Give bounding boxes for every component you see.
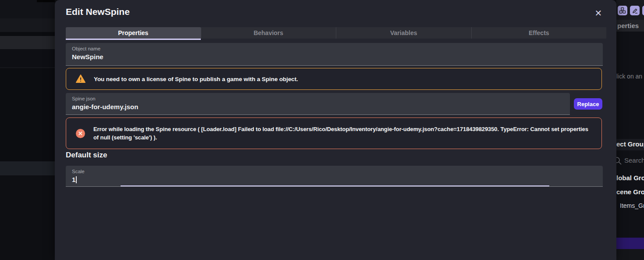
search-icon: [616, 156, 623, 166]
selected-row-purple-bar[interactable]: [616, 238, 644, 249]
objects-cubes-icon[interactable]: [618, 6, 627, 15]
object-name-field[interactable]: Object name NewSpine: [66, 43, 603, 66]
dialog-title: Edit NewSpine: [66, 7, 130, 17]
scale-value: 1: [72, 176, 77, 183]
default-size-heading: Default size: [66, 151, 107, 160]
tab-effects[interactable]: Effects: [472, 27, 607, 39]
selected-tab-underline: [66, 39, 201, 40]
pencil-glyph: [632, 7, 638, 14]
replace-button[interactable]: Replace: [574, 98, 602, 110]
tab-bar: Properties Behaviors Variables Effects: [66, 27, 606, 39]
warning-text: You need to own a license of Spine to pu…: [94, 75, 298, 83]
error-text: Error while loading the Spine resource (…: [93, 125, 591, 142]
left-panel-row: [0, 0, 55, 18]
group-item-items[interactable]: Items_Gr: [620, 202, 644, 209]
error-circle-x-icon: ✕: [76, 129, 85, 138]
license-warning-box: You need to own a license of Spine to pu…: [66, 68, 602, 90]
edit-pencil-icon[interactable]: [630, 6, 640, 15]
groups-header-strip: ect Group: [616, 139, 644, 150]
tab-behaviors[interactable]: Behaviors: [201, 27, 337, 39]
right-background-panel: perties lick on an ect Group Search loba…: [616, 0, 644, 260]
left-panel-row: [0, 32, 55, 36]
left-panel-row: [0, 175, 55, 260]
cubes-glyph: [619, 7, 626, 14]
left-panel-row-highlight: [0, 36, 55, 49]
search-placeholder: Search: [624, 157, 644, 164]
left-panel-corner: [37, 0, 55, 2]
properties-header-label: perties: [617, 22, 639, 29]
spine-json-label: Spine json: [72, 96, 96, 101]
properties-header-strip: perties: [616, 20, 644, 32]
groups-header-label: ect Group: [616, 140, 644, 148]
warning-triangle-icon: [76, 75, 85, 83]
partial-icon[interactable]: [642, 6, 644, 15]
spine-json-value: angie-for-udemy.json: [72, 103, 138, 110]
hint-text: lick on an: [616, 73, 644, 80]
spine-json-field[interactable]: Spine json angie-for-udemy.json: [66, 93, 570, 115]
object-name-label: Object name: [72, 46, 100, 51]
scale-value-text: 1: [72, 176, 75, 183]
search-bar[interactable]: Search: [616, 153, 644, 168]
group-item-global[interactable]: lobal Gro: [616, 174, 644, 182]
left-background-panel: [0, 0, 55, 260]
focused-input-underline: [121, 185, 549, 187]
toolbar-strip: [616, 0, 644, 20]
group-item-scene[interactable]: cene Gro: [616, 188, 644, 196]
left-panel-row-highlight: [0, 161, 55, 175]
scale-label: Scale: [72, 169, 85, 174]
edit-object-dialog: Edit NewSpine ✕ Properties Behaviors Var…: [55, 0, 616, 260]
close-icon[interactable]: ✕: [591, 6, 605, 20]
tab-properties[interactable]: Properties: [66, 27, 201, 39]
text-caret: [76, 176, 77, 183]
left-panel-row: [0, 18, 55, 32]
tab-variables[interactable]: Variables: [336, 27, 472, 39]
left-panel-row: [0, 49, 55, 68]
load-error-box: ✕ Error while loading the Spine resource…: [66, 118, 602, 149]
object-name-value: NewSpine: [72, 53, 103, 61]
bottom-strip: [616, 249, 644, 260]
scale-field[interactable]: Scale 1: [66, 166, 603, 187]
left-panel-row: [0, 68, 55, 161]
